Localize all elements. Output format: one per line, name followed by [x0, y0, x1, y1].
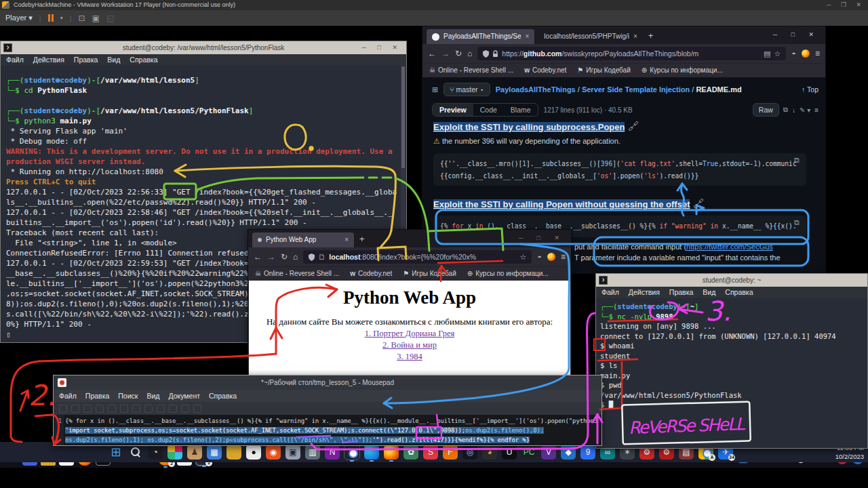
bookmark-courses[interactable]: ⊕Курсы по информаци...	[642, 66, 723, 74]
taskbar-icon-green-app[interactable]: ✿	[403, 445, 418, 460]
heading-popen-offset[interactable]: Exploit the SSTI by calling Popen withou…	[433, 198, 704, 210]
terminal-nc-output[interactable]: ┌──(student⊛codeby)-[~]└─$ nc -nvlp 9898…	[596, 298, 867, 448]
taskbar-icon-chrome[interactable]	[344, 445, 359, 460]
code-block-subprocess[interactable]: {{''.__class__.mro()[1].__subclasses__()…	[433, 153, 806, 186]
mp-menu-edit[interactable]: Правка	[85, 390, 109, 402]
menu-help[interactable]: Справка	[130, 54, 157, 66]
link-anchor-icon[interactable]: 🔗︎	[628, 121, 639, 132]
hamburger-menu-icon[interactable]: ≡	[815, 49, 820, 58]
taskbar-icon-blender[interactable]: ◕	[482, 445, 497, 460]
menu-actions[interactable]: Действия	[33, 54, 64, 66]
link-anchor-icon2[interactable]: 🔗︎	[693, 198, 704, 209]
terminal-nc-titlebar[interactable]: ❯ student@codeby: ~	[596, 274, 867, 287]
save-icon[interactable]	[83, 405, 92, 413]
taskbar-icon-edge[interactable]	[364, 445, 379, 460]
taskbar-icon-adobe[interactable]: F	[443, 445, 458, 460]
home-icon2[interactable]: ⌂	[293, 252, 298, 262]
mousepad-titlebar[interactable]: *~/Рабочий стол/tmp_lesson_5 - Mousepad	[54, 375, 601, 390]
bookmark-star-icon[interactable]: ☆	[774, 49, 781, 58]
taskbar-icon-pin-app[interactable]: 9	[580, 445, 595, 460]
new-tab-button2[interactable]: +	[359, 231, 365, 247]
edit-pencil-icon[interactable]: ✎ ▾	[800, 106, 810, 114]
menu-view2[interactable]: Вид	[703, 287, 715, 298]
tab-payloadsallthethings[interactable]: PayloadsAllTheThings/Se×	[427, 29, 534, 44]
taskbar-icon-vscode[interactable]: ◆	[561, 445, 576, 460]
cut-icon[interactable]	[144, 405, 153, 413]
back-icon2[interactable]: ←	[254, 252, 262, 262]
book-link-dorian-gray[interactable]: 1. Портрет Дориана Грея	[249, 329, 570, 339]
bookmark-star-icon2[interactable]: ☆	[519, 253, 526, 262]
branch-selector[interactable]: ⑂ master ▾	[443, 83, 490, 96]
copy-code-icon2[interactable]: ⧉	[794, 218, 820, 227]
taskbar-icon-gauge[interactable]: ◔	[148, 445, 163, 460]
twitter-link[interactable]: https://twitter.com/SecGus	[686, 243, 773, 251]
taskbar-icon-obsidian[interactable]: ●	[246, 445, 261, 460]
player-menu[interactable]: Player ▾	[5, 14, 33, 22]
pause-vm-button[interactable]	[48, 14, 54, 22]
tab-localhost-phptwig[interactable]: localhost/lesson5/PHPTwig/i×	[538, 29, 642, 44]
taskbar-icon-vmware[interactable]: ▥	[305, 445, 320, 460]
send-ctrl-alt-del-icon[interactable]: ⊡	[79, 14, 85, 23]
mp-menu-file[interactable]: Файл	[59, 390, 77, 402]
tab-close-icon[interactable]: ×	[526, 29, 530, 44]
menu-help2[interactable]: Справка	[725, 287, 753, 298]
mp-menu-view[interactable]: Вид	[146, 390, 159, 402]
outline-icon[interactable]: ≡	[814, 106, 818, 114]
taskbar-icon-avatar[interactable]: ♟	[187, 445, 202, 460]
taskbar-icon-onenote[interactable]: N	[325, 445, 340, 460]
copy-icon[interactable]: ⧉	[783, 106, 788, 114]
tab-blame[interactable]: Blame	[504, 104, 538, 116]
taskbar-icon-pycharm[interactable]: PC	[521, 445, 536, 460]
taskbar-icon-start[interactable]: ⊞	[108, 445, 123, 460]
taskbar-icon-virtualbox[interactable]: ▣	[285, 445, 300, 460]
firefox-account-icon[interactable]	[802, 49, 810, 58]
github-url-bar[interactable]: https://github.com/swisskyrepo/PayloadsA…	[477, 47, 786, 60]
book-link-war-and-peace[interactable]: 2. Война и мир	[249, 340, 570, 350]
home-icon[interactable]: ⌂	[467, 49, 472, 58]
tab-close-icon3[interactable]: ×	[344, 232, 349, 247]
bookmark-games2[interactable]: ⚑Игры Кодебай	[403, 270, 456, 277]
forward-icon[interactable]: →	[441, 49, 450, 58]
terminal-flask-window-controls[interactable]: ─ □ ✕	[362, 41, 402, 54]
new-tab-button[interactable]: +	[648, 28, 654, 44]
download-icon[interactable]: ↓	[792, 106, 795, 114]
pocket-icon[interactable]: ◓	[791, 49, 796, 58]
reader-mode-icon[interactable]: ▤	[764, 49, 770, 58]
forward-icon2[interactable]: →	[267, 252, 275, 262]
replace-icon[interactable]	[193, 405, 201, 413]
tab-code[interactable]: Code	[473, 104, 504, 116]
pocket-icon2[interactable]: ◓	[537, 253, 542, 261]
back-icon[interactable]: ←	[428, 49, 436, 58]
file-tree-icon[interactable]: ⊞	[432, 85, 438, 94]
paste-icon[interactable]	[169, 405, 177, 413]
open-file-icon[interactable]	[71, 405, 79, 413]
book-link-1984[interactable]: 3. 1984	[249, 352, 570, 362]
bookmark-codeby2[interactable]: wCodeby.net	[350, 270, 392, 277]
vmware-window-controls[interactable]: ─ ❐ ✕	[827, 0, 865, 10]
bookmark-courses2[interactable]: ⊕Курсы по информаци...	[467, 270, 549, 277]
hamburger-menu-icon2[interactable]: ≡	[561, 252, 566, 262]
bookmark-codeby[interactable]: wCodeby.net	[524, 66, 566, 74]
copy-tool-icon[interactable]	[157, 405, 165, 413]
taskbar-icon-calendar[interactable]: ▦	[207, 445, 222, 460]
menu-edit[interactable]: Правка	[74, 54, 98, 66]
webapp-url-bar[interactable]: 🗋︎ localhost:8080/index?book={%%20for%20…	[303, 250, 532, 264]
webapp-window-controls[interactable]: ─ □ ✕	[519, 230, 566, 246]
new-file-icon[interactable]	[59, 405, 67, 413]
breadcrumb-dir-link[interactable]: Server Side Template Injection	[582, 85, 690, 94]
mousepad-editor[interactable]: 1 {% for x in ().__class__.__base__.__su…	[54, 415, 601, 445]
taskbar-icon-unreal[interactable]: U	[502, 445, 517, 460]
mp-menu-document[interactable]: Документ	[168, 390, 200, 402]
payload-code[interactable]: {% for x in ().__class__.__base__.__subc…	[65, 416, 601, 445]
bookmark-reverse-shell2[interactable]: ☠Online - Reverse Shell ...	[255, 270, 339, 277]
raw-button[interactable]: Raw	[753, 103, 779, 117]
taskbar-icon-visual-studio[interactable]: V	[541, 445, 556, 460]
mp-menu-help[interactable]: Справка	[209, 390, 237, 402]
taskbar-icon-search[interactable]: q	[128, 445, 143, 460]
taskbar-icon-slack[interactable]	[167, 445, 182, 460]
menu-view[interactable]: Вид	[107, 54, 120, 66]
taskbar-icon-s-app[interactable]: S	[423, 445, 438, 460]
fullscreen-icon[interactable]: ▣	[92, 14, 100, 23]
undo-icon[interactable]	[120, 405, 128, 413]
pause-dropdown-icon[interactable]: ▾	[60, 15, 63, 21]
